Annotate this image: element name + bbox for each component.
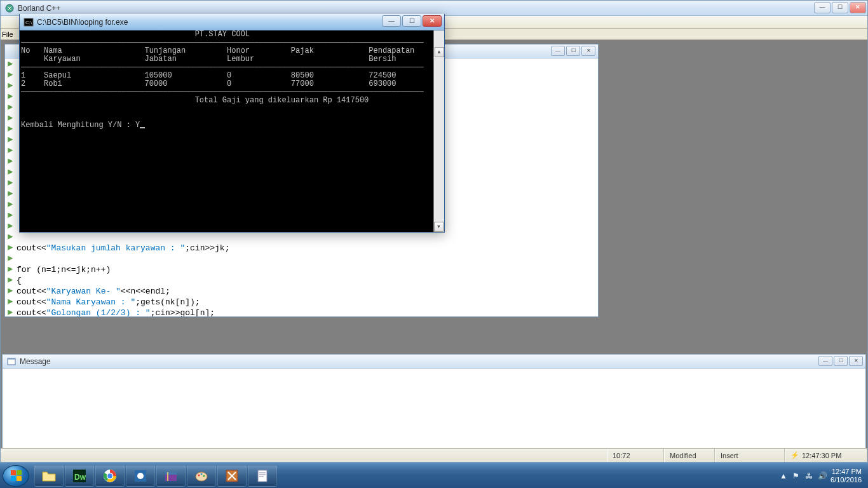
taskbar-dreamweaver-button[interactable]: Dw xyxy=(65,465,94,487)
svg-text:C:\: C:\ xyxy=(25,20,32,25)
folder-icon xyxy=(41,468,57,484)
status-bar: 10:72 Modified Insert ⚡ 12:47:30 PM xyxy=(1,448,867,462)
message-controls: — ☐ ✕ xyxy=(818,356,863,366)
scroll-up-button[interactable]: ▲ xyxy=(435,47,444,57)
tray-clock[interactable]: 12:47 PM 6/10/2016 xyxy=(831,468,862,484)
taskbar-chrome-button[interactable] xyxy=(95,465,125,487)
console-close-button[interactable]: ✕ xyxy=(423,15,442,27)
svg-text:Dw: Dw xyxy=(74,473,86,482)
editor-minimize-button[interactable]: — xyxy=(551,46,565,56)
console-title-text: C:\BC5\BIN\looping for.exe xyxy=(37,18,128,27)
console-window: C:\ C:\BC5\BIN\looping for.exe — ☐ ✕ PT.… xyxy=(19,14,445,233)
winrar-icon xyxy=(163,468,179,484)
system-tray[interactable]: ▲ ⚑ 🖧 🔊 12:47 PM 6/10/2016 xyxy=(780,468,865,484)
lightning-icon: ⚡ xyxy=(790,451,799,459)
editor-close-button[interactable]: ✕ xyxy=(581,46,595,56)
svg-point-16 xyxy=(203,475,205,477)
close-button[interactable]: ✕ xyxy=(850,2,866,13)
menu-file[interactable]: File xyxy=(2,30,13,38)
tray-volume-icon[interactable]: 🔊 xyxy=(818,471,827,480)
message-close-button[interactable]: ✕ xyxy=(849,356,863,366)
message-title: Message xyxy=(20,357,51,366)
message-body[interactable] xyxy=(3,369,865,448)
scroll-down-button[interactable]: ▼ xyxy=(434,222,444,232)
svg-point-7 xyxy=(107,473,113,478)
borland-icon xyxy=(224,468,240,484)
message-icon xyxy=(6,356,17,367)
app-icon xyxy=(133,468,148,484)
svg-point-14 xyxy=(198,474,200,476)
console-scrollbar[interactable]: ▲ ▼ xyxy=(433,30,444,232)
window-controls: — ☐ ✕ xyxy=(814,2,866,13)
message-minimize-button[interactable]: — xyxy=(818,356,832,366)
svg-rect-11 xyxy=(165,472,177,475)
taskbar-explorer-button[interactable] xyxy=(34,465,64,487)
console-titlebar[interactable]: C:\ C:\BC5\BIN\looping for.exe — ☐ ✕ xyxy=(20,14,444,30)
taskbar-borland-button[interactable] xyxy=(217,465,247,487)
taskbar: Dw ▲ ⚑ 🖧 🔊 12:47 PM 6/10/2016 xyxy=(0,463,868,488)
svg-rect-18 xyxy=(258,470,267,482)
dw-icon: Dw xyxy=(72,468,87,484)
document-icon xyxy=(255,468,270,484)
console-maximize-button[interactable]: ☐ xyxy=(402,15,421,27)
svg-point-9 xyxy=(137,473,144,479)
editor-maximize-button[interactable]: ☐ xyxy=(566,46,580,56)
windows-logo-icon xyxy=(11,470,22,481)
tray-network-icon[interactable]: 🖧 xyxy=(805,471,814,480)
status-position: 10:72 xyxy=(607,449,664,462)
message-panel: Message — ☐ ✕ Buildtime Runtime Script xyxy=(2,354,866,448)
tray-flag-icon[interactable]: ⚑ xyxy=(792,471,801,480)
minimize-button[interactable]: — xyxy=(814,2,831,13)
taskbar-app1-button[interactable] xyxy=(126,465,155,487)
chrome-icon xyxy=(102,468,118,484)
maximize-button[interactable]: ☐ xyxy=(832,2,848,13)
status-mode: Insert xyxy=(715,449,785,462)
message-titlebar[interactable]: Message — ☐ ✕ xyxy=(3,355,865,369)
taskbar-winrar-button[interactable] xyxy=(156,465,186,487)
app-icon xyxy=(4,3,15,13)
console-minimize-button[interactable]: — xyxy=(382,15,401,27)
paint-icon xyxy=(194,468,209,484)
status-time: ⚡ 12:47:30 PM xyxy=(785,449,867,462)
taskbar-notepad-button[interactable] xyxy=(248,465,277,487)
start-button[interactable] xyxy=(3,465,29,487)
editor-controls: — ☐ ✕ xyxy=(551,46,595,56)
status-modified: Modified xyxy=(664,449,715,462)
taskbar-paint-button[interactable] xyxy=(187,465,216,487)
console-controls: — ☐ ✕ xyxy=(382,15,442,27)
console-body[interactable]: PT.STAY COOL ———————————————————————————… xyxy=(20,30,444,232)
message-maximize-button[interactable]: ☐ xyxy=(834,356,848,366)
console-icon: C:\ xyxy=(24,17,34,27)
app-title: Borland C++ xyxy=(18,4,60,13)
svg-rect-12 xyxy=(167,472,168,481)
tray-show-hidden-icon[interactable]: ▲ xyxy=(780,471,789,480)
svg-point-15 xyxy=(201,473,203,475)
